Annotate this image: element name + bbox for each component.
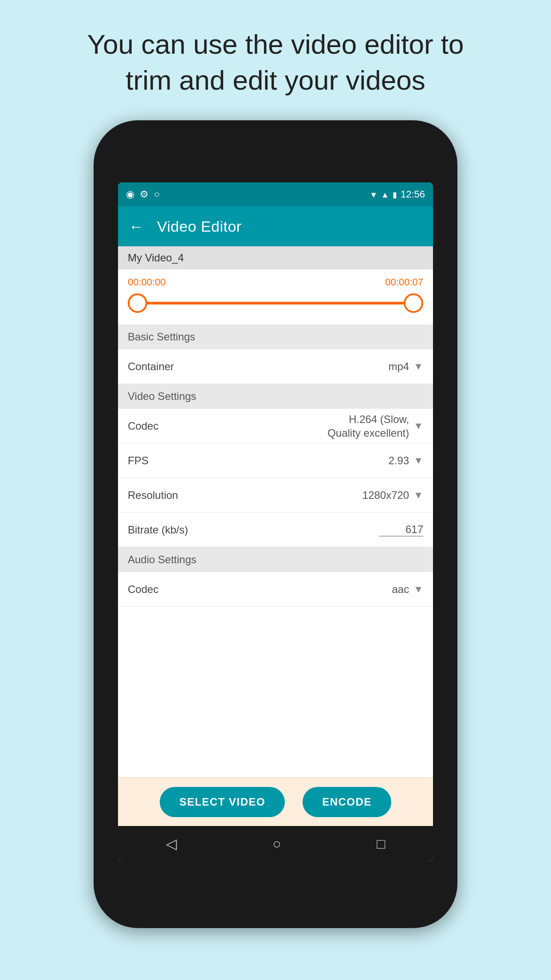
slider-thumb-left[interactable] <box>128 293 147 313</box>
nav-bar: ◁ ○ □ <box>118 826 433 861</box>
container-row[interactable]: Container mp4 ▼ <box>118 349 433 384</box>
encode-button[interactable]: ENCODE <box>303 787 391 817</box>
container-value-group[interactable]: mp4 ▼ <box>389 360 423 373</box>
wifi-icon <box>370 190 378 200</box>
audio-settings-header: Audio Settings <box>118 547 433 572</box>
video-name-bar: My Video_4 <box>118 246 433 269</box>
headline-text2: trim and edit your videos <box>126 65 425 95</box>
container-dropdown-arrow[interactable]: ▼ <box>413 361 423 372</box>
container-label: Container <box>128 360 174 373</box>
headline-text: You can use the video editor to <box>87 29 464 59</box>
nav-recent-icon[interactable]: □ <box>377 836 385 852</box>
settings-content: Basic Settings Container mp4 ▼ Video Set… <box>118 324 433 777</box>
slider-thumb-right[interactable] <box>404 293 423 313</box>
bitrate-label: Bitrate (kb/s) <box>128 524 188 536</box>
app-bar: ← Video Editor <box>118 206 433 246</box>
fps-row[interactable]: FPS 2.93 ▼ <box>118 443 433 478</box>
nav-back-icon[interactable]: ◁ <box>166 835 177 852</box>
settings-status-icon <box>140 189 149 200</box>
status-left <box>126 189 160 200</box>
resolution-dropdown-arrow[interactable]: ▼ <box>413 490 423 501</box>
codec-row[interactable]: Codec H.264 (Slow, Quality excellent) ▼ <box>118 409 433 443</box>
timeline-area: 00:00:00 00:00:07 <box>118 269 433 324</box>
audio-codec-value-group[interactable]: aac ▼ <box>392 583 423 596</box>
codec-label: Codec <box>128 420 158 432</box>
battery-icon <box>393 190 397 200</box>
camera-status-icon <box>126 189 134 200</box>
end-time: 00:00:07 <box>385 277 423 288</box>
signal-icon <box>381 190 389 200</box>
resolution-value-group[interactable]: 1280x720 ▼ <box>362 489 423 502</box>
codec-value: H.264 (Slow, Quality excellent) <box>327 412 409 440</box>
start-time: 00:00:00 <box>128 277 166 288</box>
video-settings-header: Video Settings <box>118 384 433 409</box>
status-right: 12:56 <box>370 189 425 200</box>
circle-status-icon <box>154 189 160 200</box>
codec-value-group[interactable]: H.264 (Slow, Quality excellent) ▼ <box>327 412 423 440</box>
bottom-bar: SELECT VIDEO ENCODE <box>118 777 433 826</box>
timeline-times: 00:00:00 00:00:07 <box>128 277 423 288</box>
resolution-row[interactable]: Resolution 1280x720 ▼ <box>118 478 433 513</box>
container-value: mp4 <box>389 360 409 373</box>
status-time: 12:56 <box>401 189 425 200</box>
basic-settings-header: Basic Settings <box>118 324 433 349</box>
audio-codec-value: aac <box>392 583 409 596</box>
app-title: Video Editor <box>157 218 242 235</box>
fps-value: 2.93 <box>389 454 409 467</box>
audio-codec-label: Codec <box>128 583 158 596</box>
fps-label: FPS <box>128 454 149 467</box>
codec-line1: H.264 (Slow, <box>327 412 409 426</box>
fps-dropdown-arrow[interactable]: ▼ <box>413 455 423 466</box>
audio-codec-dropdown-arrow[interactable]: ▼ <box>413 584 423 595</box>
bitrate-row[interactable]: Bitrate (kb/s) <box>118 513 433 547</box>
phone-wrapper: 12:56 ← Video Editor My Video_4 00:00:00… <box>94 120 457 928</box>
codec-line2: Quality excellent) <box>327 426 409 440</box>
codec-dropdown-arrow[interactable]: ▼ <box>413 420 423 432</box>
status-bar: 12:56 <box>118 182 433 206</box>
video-name: My Video_4 <box>128 252 184 264</box>
resolution-label: Resolution <box>128 489 178 502</box>
back-button[interactable]: ← <box>129 218 144 235</box>
resolution-value: 1280x720 <box>362 489 409 502</box>
headline: You can use the video editor to trim and… <box>51 0 499 120</box>
fps-value-group[interactable]: 2.93 ▼ <box>389 454 424 467</box>
phone-screen: 12:56 ← Video Editor My Video_4 00:00:00… <box>118 182 433 861</box>
nav-home-icon[interactable]: ○ <box>272 836 281 852</box>
audio-codec-row[interactable]: Codec aac ▼ <box>118 572 433 607</box>
select-video-button[interactable]: SELECT VIDEO <box>160 787 285 817</box>
bitrate-input[interactable] <box>379 523 423 537</box>
timeline-slider[interactable] <box>128 292 423 314</box>
slider-track <box>128 302 423 304</box>
